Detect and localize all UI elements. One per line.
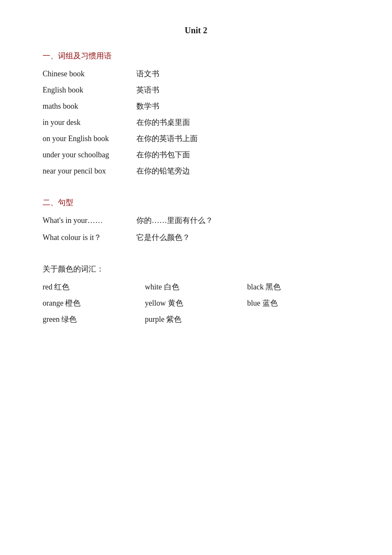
sentence-row: What's in your……你的……里面有什么？: [43, 215, 349, 225]
color-en: green: [43, 315, 60, 324]
color-en: purple: [145, 315, 164, 324]
vocab-row: Chinese book语文书: [43, 69, 349, 79]
color-item: red 红色: [43, 282, 145, 292]
section1-header: 一、词组及习惯用语: [43, 51, 349, 61]
vocab-row: under your schoolbag在你的书包下面: [43, 150, 349, 160]
vocab-cn: 在你的书桌里面: [136, 117, 190, 127]
section3: 关于颜色的词汇： red 红色white 白色black 黑色orange 橙色…: [43, 264, 349, 324]
section1: 一、词组及习惯用语 Chinese book语文书English book英语书…: [43, 51, 349, 176]
vocab-row: near your pencil box在你的铅笔旁边: [43, 166, 349, 176]
vocab-list: Chinese book语文书English book英语书maths book…: [43, 69, 349, 176]
vocab-row: on your English book在你的英语书上面: [43, 133, 349, 144]
vocab-row: English book英语书: [43, 85, 349, 95]
sentence-en: What's in your……: [43, 216, 136, 225]
vocab-en: English book: [43, 86, 136, 95]
color-item: blue 蓝色: [247, 298, 349, 308]
color-en: orange: [43, 299, 63, 307]
vocab-en: in your desk: [43, 118, 136, 127]
color-item: purple 紫色: [145, 314, 247, 324]
color-cn: 白色: [164, 283, 179, 291]
vocab-cn: 英语书: [136, 85, 159, 95]
color-en: red: [43, 283, 52, 291]
vocab-row: maths book数学书: [43, 101, 349, 111]
color-cn: 黄色: [168, 299, 183, 307]
vocab-cn: 语文书: [136, 69, 159, 79]
vocab-row: in your desk在你的书桌里面: [43, 117, 349, 127]
sentence-row: What colour is it？它是什么颜色？: [43, 232, 349, 243]
vocab-en: under your schoolbag: [43, 150, 136, 159]
color-item: yellow 黄色: [145, 298, 247, 308]
color-item: orange 橙色: [43, 298, 145, 308]
sentence-en: What colour is it？: [43, 232, 136, 243]
vocab-cn: 在你的铅笔旁边: [136, 166, 190, 176]
color-cn: 蓝色: [262, 299, 278, 307]
vocab-cn: 数学书: [136, 101, 159, 111]
section2: 二、句型 What's in your……你的……里面有什么？What colo…: [43, 197, 349, 243]
vocab-cn: 在你的英语书上面: [136, 133, 198, 144]
section2-header: 二、句型: [43, 197, 349, 208]
color-en: white: [145, 283, 162, 291]
color-cn: 红色: [54, 283, 69, 291]
color-cn: 紫色: [166, 315, 182, 324]
sentence-list: What's in your……你的……里面有什么？What colour is…: [43, 215, 349, 243]
color-en: yellow: [145, 299, 166, 307]
vocab-en: Chinese book: [43, 69, 136, 78]
sentence-cn: 它是什么颜色？: [136, 232, 190, 243]
color-en: blue: [247, 299, 260, 307]
color-section-label: 关于颜色的词汇：: [43, 264, 349, 274]
vocab-cn: 在你的书包下面: [136, 150, 190, 160]
color-cn: 橙色: [65, 299, 81, 307]
color-grid: red 红色white 白色black 黑色orange 橙色yellow 黄色…: [43, 282, 349, 324]
page-title: Unit 2: [43, 26, 349, 35]
vocab-en: on your English book: [43, 134, 136, 143]
vocab-en: maths book: [43, 102, 136, 111]
color-item: black 黑色: [247, 282, 349, 292]
sentence-cn: 你的……里面有什么？: [136, 215, 213, 225]
color-cn: 绿色: [61, 315, 77, 324]
color-item: green 绿色: [43, 314, 145, 324]
color-cn: 黑色: [265, 283, 281, 291]
vocab-en: near your pencil box: [43, 167, 136, 176]
color-en: black: [247, 283, 264, 291]
color-item: white 白色: [145, 282, 247, 292]
